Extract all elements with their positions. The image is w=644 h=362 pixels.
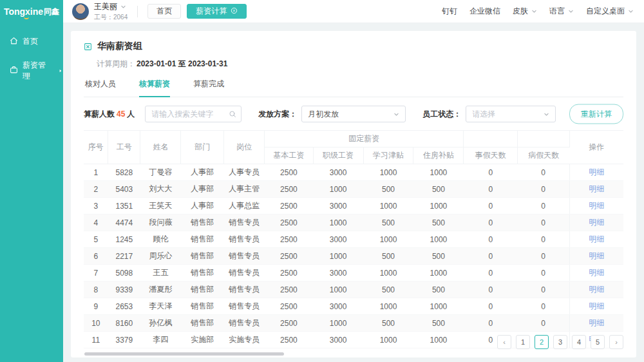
action-cell: 明细 xyxy=(569,248,623,265)
table-row: 25403刘大大人事部人事主管2500100050050000明细 xyxy=(84,181,623,198)
table-cell: 1000 xyxy=(413,265,464,281)
table-cell: 2217 xyxy=(108,248,140,265)
table-cell: 7 xyxy=(84,265,108,281)
table-cell: 500 xyxy=(363,248,413,265)
detail-link[interactable]: 明细 xyxy=(589,251,604,260)
col-header-empty xyxy=(518,131,569,148)
detail-link[interactable]: 明细 xyxy=(589,301,604,310)
topbar-menu-skin[interactable]: 皮肤 xyxy=(513,6,537,17)
period-value: 2023-01-01 至 2023-01-31 xyxy=(137,59,227,68)
table-cell: 0 xyxy=(518,298,569,315)
table-cell: 500 xyxy=(363,315,413,332)
detail-link[interactable]: 明细 xyxy=(589,167,604,176)
table-cell: 500 xyxy=(363,281,413,298)
search-input[interactable] xyxy=(145,106,242,122)
pagination-page-3[interactable]: 3 xyxy=(553,335,567,349)
col-header-action: 操作 xyxy=(569,131,623,164)
table-body: 15828丁曼容人事部人事专员250030001000100000明细25403… xyxy=(84,164,623,348)
chevron-down-icon xyxy=(531,7,537,16)
detail-link[interactable]: 明细 xyxy=(589,285,604,294)
payroll-table-wrap: 序号 工号 姓名 部门 岗位 固定薪资 操作 基本工资 职级工资 学习津贴 xyxy=(84,130,623,356)
page-title-row: 华南薪资组 xyxy=(84,41,623,52)
table-cell: 500 xyxy=(413,214,464,231)
topbar-tab-home[interactable]: 首页 xyxy=(147,4,181,19)
table-cell: 人事部 xyxy=(181,198,224,214)
table-cell: 500 xyxy=(413,315,464,332)
table-cell: 0 xyxy=(518,315,569,332)
table-cell: 0 xyxy=(464,231,518,248)
table-cell: 1000 xyxy=(363,198,413,214)
table-cell: 0 xyxy=(464,198,518,214)
col-header-fixed-salary-group: 固定薪资 xyxy=(265,131,464,148)
count-value: 45 xyxy=(117,110,125,119)
table-cell: 销售部 xyxy=(181,214,224,231)
table-cell: 3000 xyxy=(313,332,363,348)
table-cell: 9 xyxy=(84,298,108,315)
status-select[interactable]: 请选择 xyxy=(466,106,556,122)
topbar-menu-language[interactable]: 语言 xyxy=(549,6,574,17)
action-cell: 明细 xyxy=(569,298,623,315)
tab-calc-salary[interactable]: 核算薪资 xyxy=(139,79,170,97)
detail-link[interactable]: 明细 xyxy=(589,268,604,277)
detail-link[interactable]: 明细 xyxy=(589,234,604,243)
horizontal-scrollbar[interactable] xyxy=(84,352,284,356)
detail-link[interactable]: 明细 xyxy=(589,218,604,227)
search-icon[interactable] xyxy=(229,110,236,118)
table-cell: 1000 xyxy=(413,164,464,181)
pagination-page-2[interactable]: 2 xyxy=(535,335,549,349)
table-cell: 王笑天 xyxy=(140,198,181,214)
recalculate-button[interactable]: 重新计算 xyxy=(569,104,623,124)
table-cell: 11 xyxy=(84,332,108,348)
topbar-menu-wecom[interactable]: 企业微信 xyxy=(469,6,500,17)
table-cell: 8 xyxy=(84,281,108,298)
col-header-base-salary: 基本工资 xyxy=(265,148,313,164)
table-cell: 0 xyxy=(464,248,518,265)
topbar-tab-label: 薪资计算 xyxy=(196,6,227,17)
table-cell: 3379 xyxy=(108,332,140,348)
pagination-page-4[interactable]: 4 xyxy=(572,335,586,349)
user-menu[interactable]: 王美丽 xyxy=(94,1,128,12)
avatar[interactable] xyxy=(72,3,89,20)
plan-select-value: 月初发放 xyxy=(308,109,339,120)
sidebar-item-home[interactable]: 首页 xyxy=(0,30,63,53)
expand-arrow-icon xyxy=(58,68,63,73)
table-cell: 5 xyxy=(84,231,108,248)
plan-select[interactable]: 月初发放 xyxy=(301,106,406,122)
table-cell: 5403 xyxy=(108,181,140,198)
logo-text: Tongxine xyxy=(4,6,43,17)
tab-check-staff[interactable]: 核对人员 xyxy=(85,79,116,97)
detail-link[interactable]: 明细 xyxy=(589,201,604,210)
table-cell: 3000 xyxy=(313,198,363,214)
table-row: 44474段问薇销售部销售专员2500100050050000明细 xyxy=(84,214,623,231)
detail-link[interactable]: 明细 xyxy=(589,184,604,193)
pagination-prev-button[interactable]: ‹ xyxy=(497,335,511,349)
detail-link[interactable]: 明细 xyxy=(589,318,604,327)
close-icon[interactable] xyxy=(231,7,238,16)
sidebar-item-payroll[interactable]: 薪资管理 xyxy=(0,53,63,88)
tab-calc-done[interactable]: 算薪完成 xyxy=(193,79,224,97)
pagination-page-5[interactable]: 5 xyxy=(591,335,605,349)
logo-smile-icon xyxy=(24,17,29,19)
table-cell: 0 xyxy=(518,248,569,265)
topbar-menu-custom-desktop[interactable]: 自定义桌面 xyxy=(586,6,634,17)
pagination-page-1[interactable]: 1 xyxy=(516,335,530,349)
table-cell: 0 xyxy=(518,265,569,281)
search-box xyxy=(145,106,242,122)
action-cell: 明细 xyxy=(569,281,623,298)
table-cell: 销售专员 xyxy=(224,231,265,248)
topbar-menu-label: 语言 xyxy=(549,6,565,17)
pagination-next-button[interactable]: › xyxy=(609,335,623,349)
col-header-post: 岗位 xyxy=(224,131,265,164)
table-row: 108160孙亿枫销售部销售专员2500100050050000明细 xyxy=(84,315,623,332)
table-cell: 2500 xyxy=(265,332,313,348)
table-cell: 销售专员 xyxy=(224,315,265,332)
table-cell: 5828 xyxy=(108,164,140,181)
table-cell: 0 xyxy=(464,181,518,198)
topbar-menu-dingtalk[interactable]: 钉钉 xyxy=(442,6,457,17)
col-header-id: 工号 xyxy=(108,131,140,164)
table-cell: 0 xyxy=(464,281,518,298)
topbar-tab-payroll-calc[interactable]: 薪资计算 xyxy=(187,4,247,19)
table-cell: 500 xyxy=(413,281,464,298)
action-cell: 明细 xyxy=(569,198,623,214)
employee-id-value: 2064 xyxy=(113,14,128,21)
